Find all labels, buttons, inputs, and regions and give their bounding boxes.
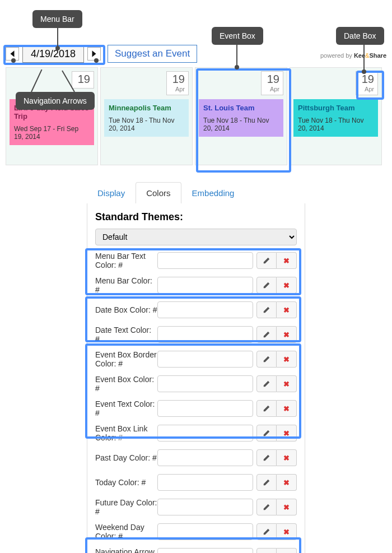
clear-color-button[interactable]: ✖ (277, 449, 297, 466)
edit-color-button[interactable] (256, 523, 277, 540)
color-actions: ✖ (256, 277, 297, 294)
clear-color-button[interactable]: ✖ (277, 425, 297, 442)
color-actions: ✖ (256, 375, 297, 392)
callout-date-box: Date Box (336, 27, 384, 45)
pencil-icon (263, 306, 270, 314)
close-icon: ✖ (283, 306, 290, 314)
event-dates: Wed Sep 17 - Fri Sep 19, 2014 (14, 125, 90, 141)
color-input[interactable] (157, 252, 253, 269)
close-icon: ✖ (283, 257, 290, 265)
color-row: Menu Bar Text Color: # ✖ (95, 251, 297, 270)
edit-color-button[interactable] (256, 548, 277, 553)
color-row: Weekend Day Color: # ✖ (95, 522, 297, 541)
event-card[interactable]: St. Louis Team Tue Nov 18 - Thu Nov 20, … (199, 99, 283, 137)
edit-color-button[interactable] (256, 277, 277, 294)
pencil-icon (263, 355, 270, 363)
edit-color-button[interactable] (256, 252, 277, 269)
event-card[interactable]: Minneapolis Team Tue Nov 18 - Thu Nov 20… (104, 99, 189, 137)
edit-color-button[interactable] (256, 326, 277, 343)
tab-display[interactable]: Display (87, 182, 136, 203)
color-input[interactable] (157, 301, 253, 318)
color-input[interactable] (157, 375, 253, 392)
close-icon: ✖ (283, 478, 290, 487)
color-input[interactable] (157, 548, 253, 553)
pencil-icon (263, 528, 270, 536)
close-icon: ✖ (283, 331, 290, 339)
color-input[interactable] (157, 474, 253, 491)
edit-color-button[interactable] (256, 301, 277, 318)
color-input[interactable] (157, 351, 253, 368)
color-input[interactable] (157, 499, 253, 515)
edit-color-button[interactable] (256, 449, 277, 466)
edit-color-button[interactable] (256, 474, 277, 491)
date-input[interactable] (22, 45, 84, 63)
event-dates: Tue Nov 18 - Thu Nov 20, 2014 (109, 117, 184, 132)
event-dates: Tue Nov 18 - Thu Nov 20, 2014 (203, 117, 279, 132)
color-input[interactable] (157, 523, 253, 540)
clear-color-button[interactable]: ✖ (277, 523, 297, 540)
color-label: Event Box Link Color: # (95, 424, 157, 442)
color-label: Event Text Color: # (95, 399, 157, 417)
color-input[interactable] (157, 449, 253, 466)
tab-colors[interactable]: Colors (136, 182, 181, 203)
clear-color-button[interactable]: ✖ (277, 252, 297, 269)
clear-color-button[interactable]: ✖ (277, 375, 297, 392)
color-input[interactable] (157, 400, 253, 417)
color-input[interactable] (157, 326, 253, 343)
date-box: 19 (72, 71, 94, 89)
pencil-icon (263, 478, 270, 486)
powered-by: powered by Kee&Share (320, 52, 386, 59)
color-row: Future Day Color: # ✖ (95, 498, 297, 517)
callout-nav-arrows: Navigation Arrows (16, 92, 95, 110)
close-icon: ✖ (283, 528, 290, 536)
color-label: Navigation Arrow Color: # (95, 547, 157, 553)
color-label: Date Text Color: # (95, 326, 157, 343)
color-row: Event Box Link Color: # ✖ (95, 424, 297, 443)
arrow-right-icon (91, 50, 97, 58)
suggest-event-button[interactable]: Suggest an Event (108, 45, 197, 63)
arrow-left-icon (9, 50, 16, 58)
close-icon: ✖ (283, 355, 290, 364)
clear-color-button[interactable]: ✖ (277, 351, 297, 368)
edit-color-button[interactable] (256, 425, 277, 442)
date-number: 19 (265, 73, 279, 86)
event-title: Pittsburgh Team (298, 104, 374, 112)
color-actions: ✖ (256, 425, 297, 442)
close-icon: ✖ (283, 281, 290, 290)
edit-color-button[interactable] (256, 351, 277, 368)
clear-color-button[interactable]: ✖ (277, 301, 297, 318)
clear-color-button[interactable]: ✖ (277, 474, 297, 491)
edit-color-button[interactable] (256, 375, 277, 392)
clear-color-button[interactable]: ✖ (277, 548, 297, 553)
color-actions: ✖ (256, 449, 297, 466)
color-actions: ✖ (256, 474, 297, 491)
close-icon: ✖ (283, 405, 290, 413)
color-label: Weekend Day Color: # (95, 523, 157, 541)
color-row: Event Box Border Color: # ✖ (95, 350, 297, 369)
event-card[interactable]: Pittsburgh Team Tue Nov 18 - Thu Nov 20,… (293, 99, 378, 137)
date-month: Apr (170, 86, 185, 92)
date-box: 19 Apr (356, 71, 378, 95)
color-input[interactable] (157, 277, 253, 294)
color-row: Past Day Color: # ✖ (95, 448, 297, 467)
pencil-icon (263, 281, 270, 289)
close-icon: ✖ (283, 454, 290, 462)
edit-color-button[interactable] (256, 499, 277, 515)
color-row: Event Text Color: # ✖ (95, 399, 297, 418)
pencil-icon (263, 454, 270, 462)
section-title: Standard Themes: (95, 211, 297, 223)
clear-color-button[interactable]: ✖ (277, 400, 297, 417)
color-row: Menu Bar Color: # ✖ (95, 276, 297, 295)
edit-color-button[interactable] (256, 400, 277, 417)
date-number: 19 (170, 73, 185, 86)
clear-color-button[interactable]: ✖ (277, 499, 297, 515)
clear-color-button[interactable]: ✖ (277, 326, 297, 343)
date-month: Apr (265, 86, 279, 92)
day-column: 19 L.A. 5-day Field Sales Trip Wed Sep 1… (6, 67, 98, 165)
clear-color-button[interactable]: ✖ (277, 277, 297, 294)
theme-select[interactable]: Default (95, 229, 297, 245)
color-actions: ✖ (256, 301, 297, 318)
tab-embedding[interactable]: Embedding (181, 182, 245, 203)
day-columns: 19 L.A. 5-day Field Sales Trip Wed Sep 1… (6, 67, 392, 165)
color-input[interactable] (157, 425, 253, 442)
